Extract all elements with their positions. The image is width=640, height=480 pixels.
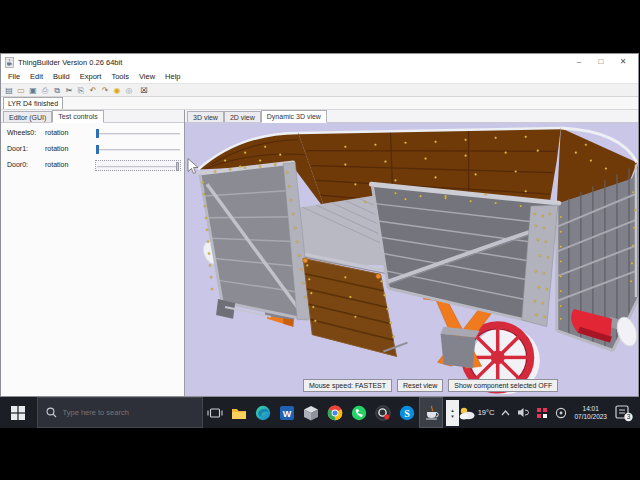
clock-date: 07/10/2023 bbox=[574, 413, 607, 421]
volume-icon[interactable] bbox=[517, 407, 529, 418]
start-button[interactable] bbox=[0, 397, 37, 428]
whatsapp-button[interactable] bbox=[347, 397, 371, 428]
viewport-buttons: Mouse speed: FASTEST Reset view Show com… bbox=[303, 379, 558, 392]
copy-icon[interactable]: ⧉ bbox=[52, 85, 62, 96]
paste-icon[interactable]: ⎘ bbox=[76, 85, 86, 96]
taskbar: W bbox=[0, 397, 640, 428]
control-row-wheels0: Wheels0: rotation bbox=[1, 126, 184, 142]
main-area: Editor (GUI) Test controls Wheels0: rota… bbox=[1, 110, 638, 396]
edge-button[interactable] bbox=[251, 397, 275, 428]
skype-button[interactable]: S bbox=[395, 397, 419, 428]
lightbulb-off-icon[interactable]: ◎ bbox=[124, 85, 134, 96]
tray-status-icon[interactable] bbox=[555, 407, 567, 419]
tab-2d-view[interactable]: 2D view bbox=[224, 111, 261, 122]
notification-center-icon[interactable]: 3 bbox=[614, 404, 634, 422]
view-area: 3D view 2D view Dynamic 3D view bbox=[185, 110, 638, 396]
save-icon[interactable]: ▣ bbox=[28, 85, 38, 96]
close-icon[interactable]: ✕ bbox=[616, 55, 630, 69]
word-button[interactable]: W bbox=[275, 397, 299, 428]
search-input[interactable] bbox=[63, 408, 178, 417]
cut-icon[interactable]: ✂ bbox=[64, 85, 74, 96]
control-label: Door0: bbox=[7, 161, 43, 168]
print-icon[interactable]: ⎙ bbox=[40, 85, 50, 96]
menu-file[interactable]: File bbox=[3, 72, 25, 81]
new-icon[interactable]: ▤ bbox=[4, 85, 14, 96]
wheels0-rotation-slider[interactable] bbox=[95, 128, 181, 139]
system-tray: 19°C 14:01 07/10/2023 bbox=[459, 404, 640, 422]
exit-icon[interactable]: ☒ bbox=[139, 85, 149, 96]
control-label: Door1: bbox=[7, 145, 43, 152]
weather-widget[interactable]: 19°C bbox=[459, 406, 495, 420]
file-explorer-button[interactable] bbox=[227, 397, 251, 428]
spinner-down-icon[interactable]: ▾ bbox=[451, 413, 454, 419]
open-icon[interactable]: ▭ bbox=[16, 85, 26, 96]
menu-edit[interactable]: Edit bbox=[25, 72, 48, 81]
app-icon bbox=[5, 57, 14, 68]
document-tab-bar: LYR D4 finished bbox=[1, 97, 638, 110]
slider-groove bbox=[97, 166, 179, 168]
chrome-button[interactable] bbox=[323, 397, 347, 428]
menu-view[interactable]: View bbox=[134, 72, 160, 81]
slider-thumb[interactable] bbox=[96, 129, 99, 138]
screen: ThingBuilder Version 0.26 64bit – □ ✕ Fi… bbox=[0, 0, 640, 480]
title-bar: ThingBuilder Version 0.26 64bit – □ ✕ bbox=[1, 54, 638, 70]
control-row-door0: Door0: rotation bbox=[1, 158, 184, 174]
taskbar-spinner[interactable]: ▴ ▾ bbox=[446, 400, 459, 426]
control-property: rotation bbox=[45, 161, 68, 168]
notification-badge: 3 bbox=[627, 413, 631, 420]
tray-app-red-icon[interactable] bbox=[536, 407, 548, 419]
svg-text:S: S bbox=[404, 408, 410, 419]
window-title: ThingBuilder Version 0.26 64bit bbox=[18, 58, 122, 67]
tab-3d-view[interactable]: 3D view bbox=[187, 111, 224, 122]
control-property: rotation bbox=[45, 129, 68, 136]
menu-export[interactable]: Export bbox=[75, 72, 107, 81]
wagon-side-panel bbox=[371, 184, 558, 326]
minimize-icon[interactable]: – bbox=[572, 55, 586, 69]
slider-groove bbox=[96, 149, 180, 151]
tab-test-controls[interactable]: Test controls bbox=[52, 110, 103, 123]
wagon-3d-model bbox=[185, 123, 638, 396]
task-view-button[interactable] bbox=[203, 397, 227, 428]
taskbar-search[interactable] bbox=[37, 397, 203, 428]
obs-button[interactable] bbox=[371, 397, 395, 428]
3d-builder-button[interactable] bbox=[299, 397, 323, 428]
chrome-icon bbox=[327, 405, 343, 421]
search-icon bbox=[46, 407, 57, 418]
reset-view-button[interactable]: Reset view bbox=[397, 379, 443, 392]
slider-groove bbox=[96, 133, 180, 135]
document-tab[interactable]: LYR D4 finished bbox=[3, 97, 63, 109]
edge-icon bbox=[255, 405, 271, 421]
tab-dynamic-3d-view[interactable]: Dynamic 3D view bbox=[261, 110, 327, 123]
test-controls-list: Wheels0: rotation Door1: rotation bbox=[1, 123, 184, 174]
menu-build[interactable]: Build bbox=[48, 72, 75, 81]
redo-icon[interactable]: ↷ bbox=[100, 85, 110, 96]
left-panel-tabs: Editor (GUI) Test controls bbox=[1, 110, 184, 123]
lightbulb-on-icon[interactable]: ◉ bbox=[112, 85, 122, 96]
hidden-icons-chevron[interactable] bbox=[501, 410, 510, 416]
door0-rotation-slider[interactable] bbox=[95, 160, 181, 171]
slider-thumb[interactable] bbox=[96, 145, 99, 154]
mouse-cursor bbox=[188, 159, 198, 174]
whatsapp-icon bbox=[351, 405, 367, 421]
show-component-selected-button[interactable]: Show component selected OFF bbox=[448, 379, 558, 392]
maximize-icon[interactable]: □ bbox=[594, 55, 608, 69]
menu-tools[interactable]: Tools bbox=[106, 72, 134, 81]
undo-icon[interactable]: ↶ bbox=[88, 85, 98, 96]
control-label: Wheels0: bbox=[7, 129, 43, 136]
skype-icon: S bbox=[399, 405, 415, 421]
door1-rotation-slider[interactable] bbox=[95, 144, 181, 155]
3d-cube-icon bbox=[303, 405, 319, 421]
slider-thumb[interactable] bbox=[176, 162, 179, 171]
control-row-door1: Door1: rotation bbox=[1, 142, 184, 158]
java-app-button[interactable] bbox=[419, 397, 443, 428]
3d-viewport[interactable]: Mouse speed: FASTEST Reset view Show com… bbox=[185, 123, 638, 396]
taskbar-clock[interactable]: 14:01 07/10/2023 bbox=[574, 405, 607, 421]
control-property: rotation bbox=[45, 145, 68, 152]
svg-text:W: W bbox=[282, 408, 291, 418]
tab-editor-gui[interactable]: Editor (GUI) bbox=[3, 111, 52, 122]
menu-help[interactable]: Help bbox=[160, 72, 185, 81]
file-explorer-icon bbox=[231, 405, 247, 421]
word-icon: W bbox=[279, 405, 295, 421]
mouse-speed-button[interactable]: Mouse speed: FASTEST bbox=[303, 379, 392, 392]
temperature-label: 19°C bbox=[478, 408, 495, 417]
